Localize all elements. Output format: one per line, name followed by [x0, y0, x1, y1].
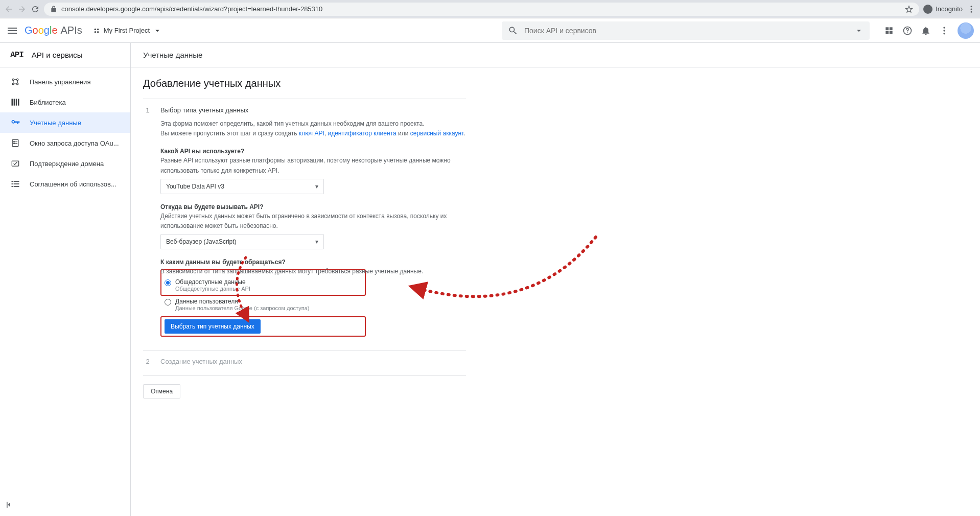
question-description: В зависимости от типа запрашиваемых данн…: [160, 267, 466, 276]
svg-point-6: [97, 31, 99, 33]
caret-down-icon: ▾: [315, 238, 318, 245]
incognito-indicator: Incognito: [923, 5, 963, 14]
svg-rect-22: [16, 99, 17, 105]
main-header: Учетные данные: [131, 43, 980, 67]
question-which-api: Какой API вы используете? Разные API исп…: [160, 148, 466, 194]
dropdown-caret-icon: [153, 26, 162, 35]
step-title: Создание учетных данных: [160, 358, 466, 365]
sidebar: API API и сервисы Панель управления Библ…: [0, 43, 131, 516]
search-input[interactable]: [524, 27, 848, 35]
dashboard-icon: [10, 77, 20, 87]
browser-url-bar[interactable]: console.developers.google.com/apis/crede…: [44, 3, 919, 16]
key-icon: [10, 118, 20, 128]
select-credential-type-button[interactable]: Выбрать тип учетных данных: [165, 319, 261, 334]
svg-rect-9: [885, 31, 889, 34]
sidebar-collapse-button[interactable]: [4, 500, 16, 512]
select-value: Веб-браузер (JavaScript): [166, 238, 237, 245]
svg-point-2: [971, 11, 972, 12]
svg-point-19: [17, 83, 18, 85]
link-api-key[interactable]: ключ API: [299, 130, 324, 137]
hamburger-menu-button[interactable]: [6, 25, 18, 37]
sidebar-item-label: Библиотека: [30, 99, 66, 106]
browser-reload-button[interactable]: [31, 5, 40, 14]
caret-down-icon: ▾: [315, 183, 318, 190]
link-client-id[interactable]: идентификатор клиента: [328, 130, 396, 137]
lock-icon: [50, 6, 57, 13]
browser-forward-button[interactable]: [17, 5, 27, 14]
svg-point-15: [943, 33, 945, 34]
bookmark-star-icon[interactable]: [905, 5, 913, 13]
notifications-icon[interactable]: [921, 26, 931, 36]
svg-rect-24: [12, 139, 18, 146]
project-picker[interactable]: My First Project: [92, 26, 162, 35]
svg-point-25: [14, 142, 15, 143]
sidebar-item-page-usage-agreements[interactable]: Соглашения об использов...: [0, 174, 130, 194]
radio-icon: [165, 279, 171, 286]
svg-point-4: [97, 28, 99, 30]
calling-from-select[interactable]: Веб-браузер (JavaScript) ▾: [160, 234, 324, 249]
svg-point-0: [971, 6, 972, 7]
svg-point-18: [12, 83, 14, 85]
svg-point-5: [94, 31, 96, 33]
header-actions: [884, 22, 974, 39]
more-menu-icon[interactable]: [939, 26, 949, 36]
gift-icon[interactable]: [884, 26, 894, 36]
api-select[interactable]: YouTube Data API v3 ▾: [160, 179, 324, 194]
svg-point-17: [17, 79, 18, 80]
help-icon[interactable]: [902, 26, 913, 36]
question-data-access: К каким данным вы будете обращаться? В з…: [160, 259, 466, 337]
consent-screen-icon: [10, 138, 20, 148]
user-avatar[interactable]: [958, 22, 974, 39]
sidebar-item-library[interactable]: Библиотека: [0, 92, 130, 112]
project-icon: [92, 27, 101, 35]
cancel-button[interactable]: Отмена: [143, 384, 180, 398]
sidebar-item-domain-verification[interactable]: Подтверждение домена: [0, 153, 130, 174]
apis-logo-text: APIs: [61, 25, 82, 36]
radio-label: Общедоступные данные: [175, 278, 250, 286]
sidebar-item-credentials[interactable]: Учетные данные: [0, 112, 130, 133]
browser-url-text: console.developers.google.com/apis/crede…: [61, 5, 322, 13]
link-service-account[interactable]: сервисный аккаунт: [410, 130, 463, 137]
list-icon: [10, 179, 20, 189]
google-apis-logo[interactable]: Google APIs: [25, 25, 82, 36]
svg-rect-21: [14, 99, 15, 105]
question-description: Действие учетных данных может быть огран…: [160, 212, 466, 231]
search-bar[interactable]: [502, 21, 870, 40]
wizard-step-2: 2 Создание учетных данных: [143, 350, 466, 372]
dropdown-caret-icon[interactable]: [854, 26, 864, 35]
radio-user-data[interactable]: Данные пользователя Данные пользователя …: [165, 298, 466, 311]
main-header-title: Учетные данные: [143, 51, 202, 59]
page-title: Добавление учетных данных: [143, 78, 466, 89]
browser-back-button[interactable]: [4, 5, 13, 14]
svg-point-3: [94, 28, 96, 30]
step-number: 2: [143, 358, 152, 370]
browser-menu-button[interactable]: [967, 5, 976, 14]
step-title: Выбор типа учетных данных: [160, 106, 466, 114]
svg-point-16: [12, 79, 14, 80]
sidebar-item-dashboard[interactable]: Панель управления: [0, 72, 130, 92]
svg-point-26: [14, 143, 15, 144]
svg-point-14: [943, 30, 945, 31]
svg-rect-30: [12, 183, 13, 184]
svg-rect-33: [14, 186, 19, 187]
question-label: Откуда вы будете вызывать API?: [160, 203, 466, 210]
svg-rect-32: [12, 186, 13, 187]
sidebar-item-label: Подтверждение домена: [30, 160, 104, 168]
wizard-step-1: 1 Выбор типа учетных данных Эта форма по…: [143, 99, 466, 341]
radio-public-data[interactable]: Общедоступные данные Общедоступные данны…: [165, 278, 362, 292]
annotation-highlight-button: Выбрать тип учетных данных: [160, 316, 366, 337]
svg-rect-29: [14, 181, 19, 182]
svg-rect-7: [885, 27, 889, 30]
radio-sublabel: Общедоступные данные API: [175, 286, 250, 292]
question-label: К каким данным вы будете обращаться?: [160, 259, 466, 266]
browser-chrome: console.developers.google.com/apis/crede…: [0, 0, 980, 18]
sidebar-item-label: Учетные данные: [30, 119, 81, 127]
select-value: YouTube Data API v3: [166, 183, 224, 190]
sidebar-item-oauth-consent[interactable]: Окно запроса доступа OAu...: [0, 133, 130, 153]
radio-icon: [165, 299, 171, 306]
sidebar-title[interactable]: API API и сервисы: [0, 43, 130, 67]
svg-rect-34: [7, 502, 8, 508]
search-icon: [508, 26, 518, 36]
step-number: 1: [143, 106, 152, 339]
project-name: My First Project: [104, 27, 150, 34]
